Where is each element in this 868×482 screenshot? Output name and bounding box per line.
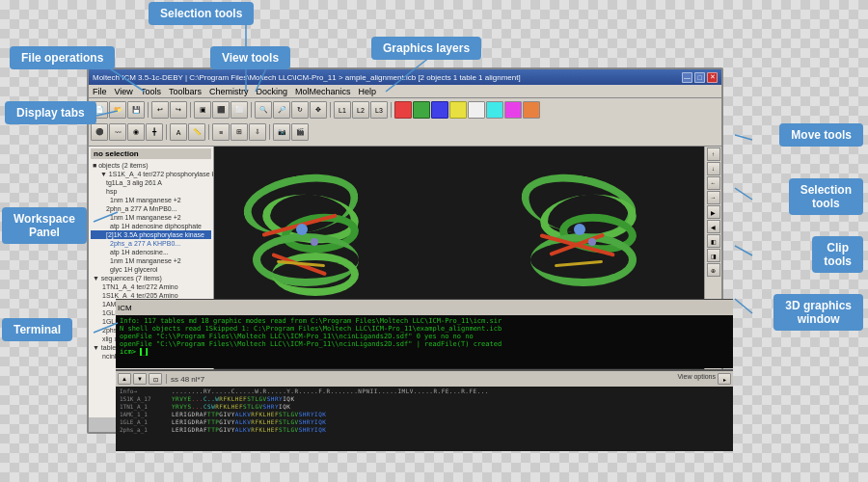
molecule-r2 — [588, 238, 596, 246]
dock-button[interactable]: ⊞ — [231, 123, 248, 141]
color-button[interactable] — [394, 101, 412, 119]
tree-item-glyc[interactable]: glyc 1H glycerol — [91, 265, 211, 274]
rt-clip-1[interactable]: ◧ — [707, 234, 720, 248]
toolbar-area: 📄 📂 💾 ↩ ↪ ▣ ⬛ ⬜ 🔍 🔎 ↻ ✥ L1 L2 L3 — [89, 98, 721, 147]
tree-item-1TN1[interactable]: 1TN1_A_4 ter/272 Amino — [91, 282, 211, 291]
callout-file-operations: File operations — [10, 46, 115, 69]
display-ribbon-button[interactable]: 〰 — [109, 123, 126, 141]
display-ball-button[interactable]: ⚫ — [91, 123, 108, 141]
separator-1 — [148, 102, 149, 118]
green-button[interactable] — [413, 101, 430, 119]
menu-toolbars[interactable]: Toolbars — [169, 87, 202, 96]
tree-item-atp[interactable]: atp 1H adenosine diphosphate — [91, 222, 211, 230]
terminal-area: ICM Info: 117 tables md 18 graphic modes… — [116, 299, 733, 368]
seq-row-3: 1AMC_1_1 LERIGDRAFTTPGIVYALKVRFKLHEFSTLG… — [120, 411, 729, 417]
window-controls: — □ ✕ — [682, 72, 718, 83]
layer1-button[interactable]: L1 — [334, 101, 351, 119]
seq-tb-btn-2[interactable]: ▼ — [133, 373, 147, 385]
separator-2 — [190, 102, 191, 118]
rt-select-1[interactable]: ▶ — [707, 205, 720, 219]
window-title: Moltech ICM 3.5-1c-DEBY | C:\Program Fil… — [93, 73, 521, 82]
measure-button[interactable]: 📏 — [188, 123, 205, 141]
rt-select-2[interactable]: ◀ — [707, 220, 720, 233]
layer3-button[interactable]: L3 — [370, 101, 388, 119]
open-file-button[interactable]: 📂 — [109, 101, 126, 119]
menu-molmechanics[interactable]: MolMechanics — [295, 87, 351, 96]
select-region-button[interactable]: ⬜ — [231, 101, 248, 119]
undo-button[interactable]: ↩ — [151, 101, 169, 119]
tree-item-mn2[interactable]: 1nm 1M manganese +2 — [91, 213, 211, 222]
sequences-header: ▼ sequences (7 items) — [91, 274, 211, 282]
svg-line-10 — [735, 299, 752, 313]
white-button[interactable] — [468, 101, 485, 119]
tree-item-2phs[interactable]: [2]1K 3.5A phosphorylase kinase — [91, 230, 211, 239]
seq-options-btn[interactable]: ▸ — [718, 373, 731, 385]
maximize-button[interactable]: □ — [694, 72, 705, 83]
rt-clip-3[interactable]: ⊕ — [707, 263, 720, 277]
redo-button[interactable]: ↪ — [170, 101, 187, 119]
seq-row-3-label: 1AMC_1_1 — [120, 411, 168, 417]
seq-row-5-data: LERIGDRAFTTPGIVYALKVRFKLHEFSTLGVSHRYIQK — [172, 426, 326, 433]
menu-docking[interactable]: Docking — [256, 87, 287, 96]
seq-row-2-label: 1TN1_A_1 — [120, 403, 168, 410]
tree-item-mn1[interactable]: 1nm 1M manganese +2 — [91, 196, 211, 204]
blue-button[interactable] — [431, 101, 448, 119]
seq-row-label-info: Info→ — [120, 388, 168, 394]
close-button[interactable]: ✕ — [707, 72, 718, 83]
select-all-button[interactable]: ⬛ — [212, 101, 230, 119]
zoom-in-button[interactable]: 🔍 — [255, 101, 272, 119]
menu-file[interactable]: File — [93, 87, 107, 96]
layer2-button[interactable]: L2 — [352, 101, 369, 119]
rt-clip-2[interactable]: ◨ — [707, 249, 720, 262]
rt-move-3[interactable]: ← — [707, 176, 720, 190]
menu-chemistry[interactable]: Chemistry — [209, 87, 249, 96]
movie-button[interactable]: 🎬 — [291, 123, 309, 141]
display-stick-button[interactable]: ╋ — [146, 123, 163, 141]
svg-line-9 — [735, 246, 752, 255]
protein-right — [511, 156, 685, 310]
seq-tb-btn-3[interactable]: ⊡ — [149, 373, 162, 385]
tree-item-1S1K[interactable]: ▼ 1S1K_A_4 ter/272 phosphorylase kinase — [91, 170, 211, 178]
minimize-button[interactable]: — — [682, 72, 692, 83]
seq-row-1-label: 1S1K_A_17 — [120, 395, 168, 402]
yellow-button[interactable] — [449, 101, 467, 119]
rt-move-1[interactable]: ↑ — [707, 147, 720, 161]
rt-move-2[interactable]: ↓ — [707, 162, 720, 175]
screenshot-button[interactable]: 📷 — [273, 123, 290, 141]
save-button[interactable]: 💾 — [127, 101, 145, 119]
tree-item-2phn[interactable]: 2phn_a 277 A MnPB0... — [91, 204, 211, 213]
zoom-out-button[interactable]: 🔎 — [273, 101, 290, 119]
align-button[interactable]: ≡ — [212, 123, 230, 141]
tree-item-2phs-a[interactable]: 2phs_a 277 A KHPB0... — [91, 239, 211, 248]
separator-3 — [251, 102, 252, 118]
seq-row-5: 2phs_a_1 LERIGDRAFTTPGIVYALKVRFKLHEFSTLG… — [120, 426, 729, 433]
seq-row-2: 1TN1_A_1 YRVYS...CSWRFKLHEFSTLGVSHRYIQK — [120, 403, 729, 410]
label-button[interactable]: A — [170, 123, 187, 141]
callout-3d-graphics-window: 3D graphicswindow — [773, 294, 863, 331]
tree-item-hsp[interactable]: hsp — [91, 187, 211, 196]
tree-item-tg1La[interactable]: tg1La_3 alig 261 A — [91, 178, 211, 187]
terminal-line-4: openFile "C:\\Program Files\\Moltech LLC… — [120, 340, 729, 348]
callout-move-tools: Move tools — [779, 123, 863, 147]
terminal-toolbar: ICM — [116, 300, 733, 315]
seq-row-1-data: YRVYE...C..WRFKLHEFSTLGVSHRYIQK — [172, 395, 295, 402]
terminal-prompt[interactable]: icm> █ — [120, 348, 729, 356]
menu-view[interactable]: View — [115, 87, 133, 96]
tree-item-atp2[interactable]: atp 1H adenosine... — [91, 248, 211, 256]
menu-tools[interactable]: Tools — [141, 87, 161, 96]
select-button[interactable]: ▣ — [194, 101, 211, 119]
menu-help[interactable]: Help — [358, 87, 376, 96]
minimize-energy-button[interactable]: ⇩ — [249, 123, 266, 141]
seq-tb-btn-1[interactable]: ▲ — [118, 373, 131, 385]
pan-button[interactable]: ✥ — [310, 101, 327, 119]
rt-move-4[interactable]: → — [707, 191, 720, 204]
cyan-button[interactable] — [486, 101, 503, 119]
rotate-button[interactable]: ↻ — [291, 101, 309, 119]
callout-terminal: Terminal — [2, 318, 72, 341]
separator-4 — [330, 102, 331, 118]
titlebar: Moltech ICM 3.5-1c-DEBY | C:\Program Fil… — [89, 69, 721, 85]
tree-item-mn3[interactable]: 1nm 1M manganese +2 — [91, 256, 211, 265]
magenta-button[interactable] — [504, 101, 522, 119]
orange-button[interactable] — [523, 101, 540, 119]
display-surface-button[interactable]: ◉ — [127, 123, 145, 141]
